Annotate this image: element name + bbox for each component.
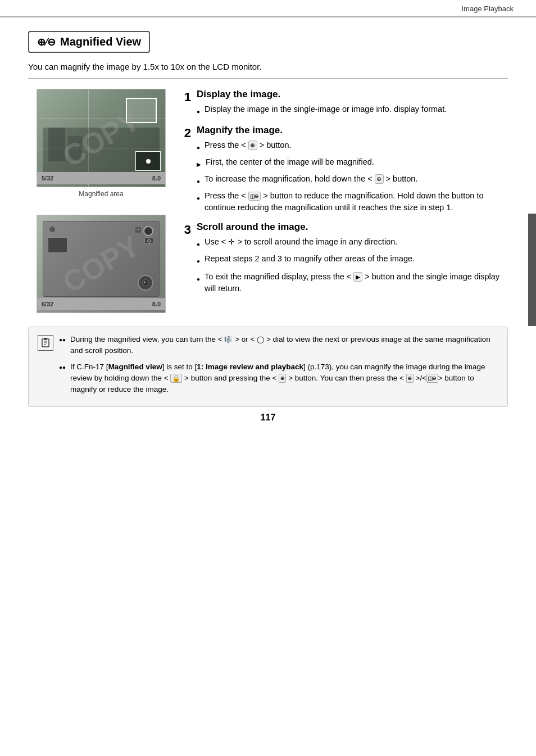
step-1-title: Display the image. bbox=[197, 89, 508, 100]
step-3-bullet-2-text: Repeat steps 2 and 3 to magnify other ar… bbox=[205, 253, 415, 265]
step-1-bullet-1: Display the image in the single-image or… bbox=[197, 103, 508, 117]
step-3-bullet-3: To exit the magnified display, press the… bbox=[197, 271, 508, 295]
step-3-number: 3 bbox=[174, 221, 191, 298]
bullet-icon bbox=[197, 238, 200, 250]
section-title-box: ⊕⁄⊖ Magnified View bbox=[28, 31, 150, 53]
step-3-block: 3 Scroll around the image. Use < ✛ > to … bbox=[174, 221, 508, 298]
lcd-info-bar-2: 6/32 8.0 bbox=[37, 298, 165, 310]
note-items: ● During the magnified view, you can tur… bbox=[59, 334, 498, 400]
bullet-icon bbox=[197, 141, 200, 153]
note-box: ● During the magnified view, you can tur… bbox=[28, 327, 508, 407]
section-tab-accent bbox=[528, 214, 536, 326]
step-2-bullets: Press the < ⊕ > button. First, the cente… bbox=[197, 139, 508, 214]
subtitle-text: You can magnify the image by 1.5x to 10x… bbox=[28, 62, 508, 79]
step-2-number: 2 bbox=[174, 125, 191, 217]
section-title: Image Playback bbox=[462, 4, 514, 13]
zoom-icons: ⊕⁄⊖ bbox=[37, 36, 56, 48]
steps-area: 5/32 8.0 COPY Magnified area bbox=[28, 89, 508, 313]
page-number: 117 bbox=[28, 413, 508, 428]
bullet-icon bbox=[197, 105, 200, 117]
step-2-bullet-3-text: To increase the magnification, hold down… bbox=[205, 173, 417, 185]
lcd-ratio-1: 8.0 bbox=[152, 175, 161, 182]
bullet-icon bbox=[197, 175, 200, 187]
step-2-bullet-2: First, the center of the image will be m… bbox=[197, 156, 508, 170]
note-item-2: ● If C.Fn-17 [Magnified view] is set to … bbox=[59, 361, 498, 396]
main-content: ⊕⁄⊖ Magnified View You can magnify the i… bbox=[0, 17, 536, 440]
lcd-frame-2: 6/32 bbox=[42, 301, 53, 307]
image-column: 5/32 8.0 COPY Magnified area bbox=[28, 89, 174, 313]
step-1-number: 1 bbox=[174, 89, 191, 120]
note-item-1: ● During the magnified view, you can tur… bbox=[59, 334, 498, 357]
bullet-icon bbox=[197, 273, 200, 284]
step-2-bullet-4: Press the < ◫⊖ > button to reduce the ma… bbox=[197, 190, 508, 214]
lcd-image-1: 5/32 8.0 COPY bbox=[37, 89, 166, 187]
step-2-bullet-4-text: Press the < ◫⊖ > button to reduce the ma… bbox=[205, 190, 508, 214]
section-header: Image Playback bbox=[0, 0, 536, 17]
page-heading: Magnified View bbox=[60, 35, 141, 48]
step-1-bullets: Display the image in the single-image or… bbox=[197, 103, 508, 117]
step-2-title: Magnify the image. bbox=[197, 125, 508, 136]
step-1-block: 1 Display the image. Display the image i… bbox=[174, 89, 508, 120]
svg-rect-4 bbox=[44, 338, 47, 340]
step-2-bullet-1-text: Press the < ⊕ > button. bbox=[205, 139, 291, 151]
note-text-1: During the magnified view, you can turn … bbox=[70, 334, 498, 357]
lcd-image-2: * Q ▲ 6/32 8.0 bbox=[37, 215, 166, 313]
step-3-title: Scroll around the image. bbox=[197, 221, 508, 233]
step-3-bullet-1-text: Use < ✛ > to scroll around the image in … bbox=[205, 236, 397, 248]
note-bullet-1: ● bbox=[59, 336, 66, 344]
step-3-bullet-2: Repeat steps 2 and 3 to magnify other ar… bbox=[197, 253, 508, 266]
note-bullet-2: ● bbox=[59, 363, 66, 372]
note-text-2: If C.Fn-17 [Magnified view] is set to [1… bbox=[70, 361, 498, 396]
step-2-bullet-3: To increase the magnification, hold down… bbox=[197, 173, 508, 187]
step-3-bullet-1: Use < ✛ > to scroll around the image in … bbox=[197, 236, 508, 250]
step-2-bullet-1: Press the < ⊕ > button. bbox=[197, 139, 508, 153]
bullet-icon bbox=[197, 192, 200, 203]
steps-text-column: 1 Display the image. Display the image i… bbox=[174, 89, 508, 313]
image-label-1: Magnified area bbox=[79, 190, 123, 198]
bullet-icon bbox=[197, 255, 200, 266]
step-2-bullet-2-text: First, the center of the image will be m… bbox=[206, 156, 374, 168]
lcd-ratio-2: 8.0 bbox=[152, 301, 161, 307]
step-2-block: 2 Magnify the image. Press the < ⊕ > but… bbox=[174, 125, 508, 217]
step-1-bullet-1-text: Display the image in the single-image or… bbox=[205, 103, 447, 115]
lcd-frame-1: 5/32 bbox=[42, 175, 53, 182]
step-3-bullet-3-text: To exit the magnified display, press the… bbox=[205, 271, 508, 295]
bullet-tri-icon bbox=[197, 158, 201, 170]
note-icon bbox=[38, 335, 53, 351]
step-3-content: Scroll around the image. Use < ✛ > to sc… bbox=[191, 221, 508, 298]
note-content-wrap: ● During the magnified view, you can tur… bbox=[38, 334, 498, 400]
step-1-content: Display the image. Display the image in … bbox=[191, 89, 508, 120]
step-2-content: Magnify the image. Press the < ⊕ > butto… bbox=[191, 125, 508, 217]
lcd-info-bar-1: 5/32 8.0 bbox=[37, 172, 165, 184]
step-3-bullets: Use < ✛ > to scroll around the image in … bbox=[197, 236, 508, 295]
